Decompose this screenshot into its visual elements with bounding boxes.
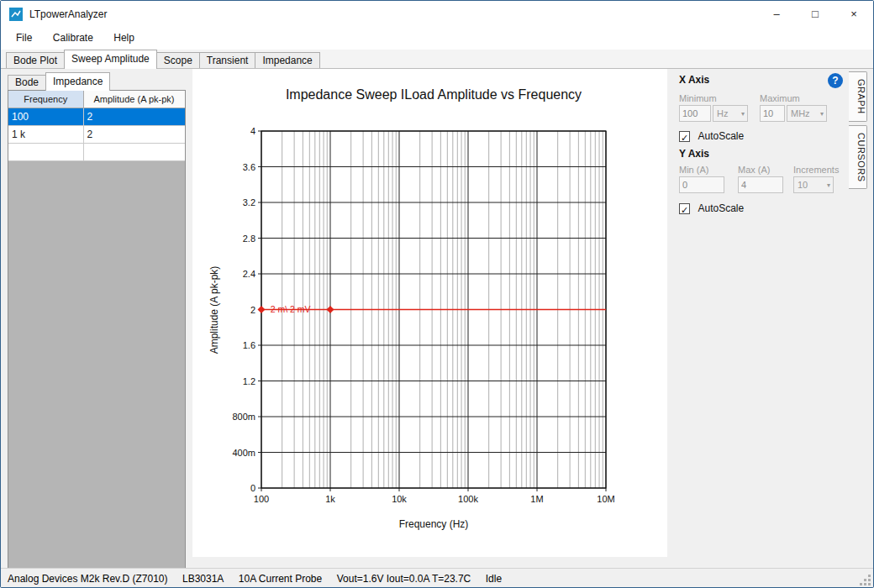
svg-text:1k: 1k — [325, 494, 335, 504]
x-min-unit-value: Hz — [717, 108, 728, 118]
x-min-unit-select[interactable]: Hz ▾ — [713, 105, 748, 122]
y-min-input[interactable] — [679, 176, 724, 193]
cell-amplitude[interactable]: 2 — [83, 125, 185, 143]
svg-text:2.4: 2.4 — [243, 269, 255, 279]
status-board: LB3031A — [182, 573, 224, 585]
cell-frequency[interactable] — [8, 143, 83, 160]
x-axis-label: Frequency (Hz) — [399, 518, 469, 530]
x-min-input[interactable] — [679, 105, 711, 122]
cell-frequency[interactable]: 100 — [8, 108, 83, 125]
sub-tab-bar: Bode Impedance — [8, 71, 109, 90]
y-autoscale-label: AutoScale — [698, 202, 744, 214]
title-bar: LTpowerAnalyzer – □ × — [1, 1, 873, 28]
y-axis-section-title: Y Axis — [679, 148, 709, 160]
app-logo-icon — [9, 8, 23, 21]
y-max-label: Max (A) — [738, 165, 771, 175]
tab-sweep-amplitude[interactable]: Sweep Amplitude — [64, 50, 157, 69]
x-max-unit-value: MHz — [791, 108, 810, 118]
plot-area: 0400m800m1.21.622.42.83.23.641001k10k100… — [232, 126, 614, 504]
column-header-amplitude[interactable]: Amplitude (A pk-pk) — [83, 91, 185, 108]
svg-text:0: 0 — [250, 483, 255, 493]
y-axis-label: Amplitude (A pk-pk) — [208, 266, 220, 354]
chevron-down-icon: ▾ — [820, 110, 824, 118]
table-row[interactable]: 100 2 — [8, 108, 185, 125]
y-increments-select[interactable]: 10 ▾ — [793, 176, 834, 193]
svg-text:3.2: 3.2 — [243, 197, 255, 207]
svg-text:100: 100 — [254, 494, 269, 504]
chevron-down-icon: ▾ — [741, 110, 745, 118]
column-header-frequency[interactable]: Frequency — [8, 91, 83, 108]
status-state: Idle — [486, 573, 502, 585]
app-window: LTpowerAnalyzer – □ × File Calibrate Hel… — [0, 0, 874, 588]
minimize-button[interactable]: – — [757, 1, 796, 28]
tab-transient[interactable]: Transient — [199, 52, 256, 68]
tab-scope[interactable]: Scope — [156, 52, 200, 68]
tab-cursors[interactable]: CURSORS — [849, 125, 867, 190]
table-row[interactable] — [8, 143, 185, 160]
sweep-points-table: Frequency Amplitude (A pk-pk) 100 2 1 k … — [8, 90, 186, 588]
impedance-sweep-chart: Impedance Sweep ILoad Amplitude vs Frequ… — [192, 69, 667, 557]
resize-grip[interactable] — [860, 574, 871, 585]
help-button[interactable]: ? — [828, 73, 843, 88]
y-min-label: Min (A) — [679, 165, 708, 175]
tab-impedance-sub[interactable]: Impedance — [45, 72, 110, 91]
app-icon — [9, 8, 23, 21]
check-icon: ✓ — [681, 133, 688, 143]
tab-bode-plot[interactable]: Bode Plot — [6, 52, 65, 68]
menu-item-file[interactable]: File — [8, 28, 40, 48]
x-min-label: Minimum — [679, 93, 717, 103]
svg-text:100k: 100k — [458, 494, 478, 504]
x-max-unit-select[interactable]: MHz ▾ — [787, 105, 827, 122]
y-increments-value: 10 — [798, 180, 808, 190]
menu-item-calibrate[interactable]: Calibrate — [45, 28, 102, 48]
cell-amplitude[interactable]: 2 — [83, 108, 185, 125]
svg-text:3.6: 3.6 — [243, 162, 255, 172]
status-measurements: Vout=1.6V Iout=0.0A T=23.7C — [337, 573, 471, 585]
svg-text:4: 4 — [250, 126, 255, 136]
maximize-button[interactable]: □ — [796, 1, 835, 28]
svg-text:400m: 400m — [232, 448, 255, 458]
svg-text:1.6: 1.6 — [243, 340, 255, 350]
menu-item-help[interactable]: Help — [105, 28, 143, 48]
chart-title: Impedance Sweep ILoad Amplitude vs Frequ… — [286, 87, 582, 102]
tab-graph[interactable]: GRAPH — [849, 71, 867, 122]
svg-text:1.2: 1.2 — [243, 376, 255, 386]
y-max-input[interactable] — [738, 176, 783, 193]
x-autoscale-label: AutoScale — [698, 130, 744, 142]
x-autoscale-checkbox[interactable]: ✓ — [679, 131, 690, 142]
x-max-input[interactable] — [760, 105, 785, 122]
status-device: Analog Devices M2k Rev.D (Z7010) — [8, 573, 168, 585]
svg-text:2: 2 — [250, 305, 255, 315]
graph-settings-panel: ? X Axis Minimum Hz ▾ Maximum MHz ▾ ✓ Au… — [667, 69, 847, 568]
svg-text:800m: 800m — [232, 412, 255, 422]
tab-bode-sub[interactable]: Bode — [8, 75, 46, 90]
table-row[interactable]: 1 k 2 — [8, 125, 185, 143]
y-autoscale-checkbox[interactable]: ✓ — [679, 203, 690, 214]
status-bar: Analog Devices M2k Rev.D (Z7010) LB3031A… — [1, 568, 873, 587]
sweep-amplitude-page: Bode Impedance Frequency Amplitude (A pk… — [1, 69, 873, 568]
svg-text:2 m\ 2 mV: 2 m\ 2 mV — [271, 304, 311, 314]
main-tab-bar: Bode Plot Sweep Amplitude Scope Transien… — [1, 50, 873, 69]
y-increments-label: Increments — [793, 165, 839, 175]
close-button[interactable]: × — [835, 1, 873, 28]
svg-text:1M: 1M — [530, 494, 543, 504]
check-icon: ✓ — [681, 205, 688, 215]
window-title: LTpowerAnalyzer — [29, 8, 107, 20]
x-axis-section-title: X Axis — [679, 74, 709, 86]
window-controls: – □ × — [757, 1, 873, 28]
menu-bar: File Calibrate Help — [1, 28, 873, 50]
svg-text:2.8: 2.8 — [243, 234, 255, 244]
chart-panel: Impedance Sweep ILoad Amplitude vs Frequ… — [192, 69, 667, 557]
tab-impedance[interactable]: Impedance — [255, 52, 319, 68]
svg-text:10k: 10k — [392, 494, 407, 504]
svg-text:10M: 10M — [597, 494, 614, 504]
cell-amplitude[interactable] — [83, 143, 185, 160]
status-probe: 10A Current Probe — [239, 573, 322, 585]
x-max-label: Maximum — [760, 93, 800, 103]
right-tab-strip: GRAPH CURSORS — [849, 69, 871, 568]
chevron-down-icon: ▾ — [827, 181, 830, 189]
cell-frequency[interactable]: 1 k — [8, 125, 83, 143]
